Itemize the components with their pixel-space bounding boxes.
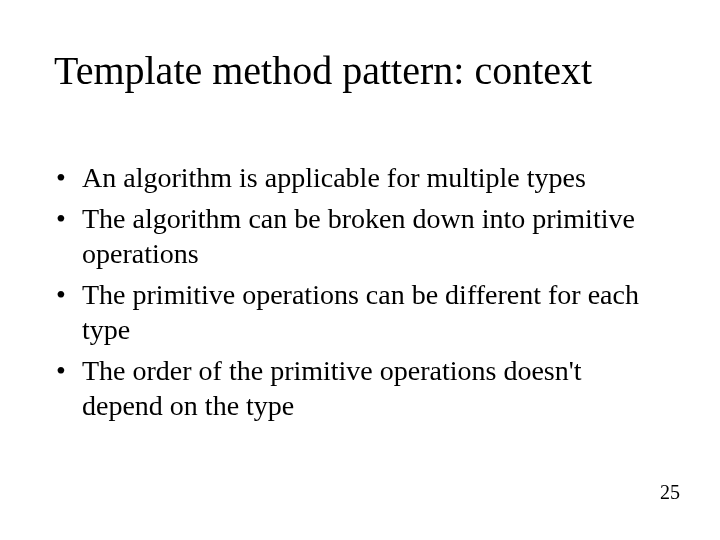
slide: Template method pattern: context An algo… [0, 0, 720, 540]
list-item: The order of the primitive operations do… [54, 353, 660, 423]
slide-body: An algorithm is applicable for multiple … [54, 160, 660, 429]
list-item: An algorithm is applicable for multiple … [54, 160, 660, 195]
list-item: The algorithm can be broken down into pr… [54, 201, 660, 271]
bullet-list: An algorithm is applicable for multiple … [54, 160, 660, 423]
list-item: The primitive operations can be differen… [54, 277, 660, 347]
page-number: 25 [660, 481, 680, 504]
slide-title: Template method pattern: context [54, 48, 680, 94]
